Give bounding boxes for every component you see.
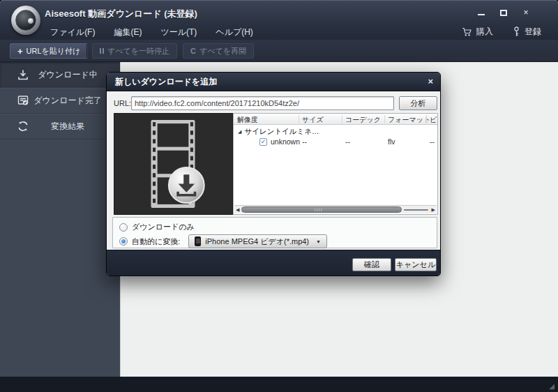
key-icon — [513, 27, 520, 37]
format-table: 解像度 サイズ コーデック フォーマット ビットレート ◢ サイレントイルミネ… — [233, 113, 438, 215]
col-bitrate: ビットレート — [430, 115, 438, 125]
minimize-icon — [478, 14, 485, 15]
sidebar: ダウンロード中 ダウンロード完了 変換結果 — [0, 62, 120, 377]
dialog-body: URL: 分析 — [107, 91, 440, 250]
dialog-title: 新しいダウンロードを追加 — [115, 76, 217, 88]
dialog-close-button[interactable]: × — [428, 76, 433, 86]
add-download-dialog: 新しいダウンロードを追加 × URL: 分析 — [106, 72, 441, 276]
scroll-left-icon[interactable]: ◀ — [236, 206, 239, 214]
pause-icon — [100, 48, 104, 54]
menu-help[interactable]: ヘルプ(H) — [216, 27, 253, 38]
row-checkbox[interactable]: ✓ — [259, 138, 267, 146]
confirm-button[interactable]: 確認 — [352, 258, 391, 271]
titlebar: Aiseesoft 動画ダウンロード (未登録) × ファイル(F) 編集(E)… — [0, 0, 558, 40]
dialog-footer: 確認 キャンセル — [107, 250, 440, 276]
cart-icon — [462, 27, 472, 37]
maximize-button[interactable] — [498, 8, 509, 17]
iphone-icon — [195, 236, 201, 246]
plus-icon: + — [17, 47, 23, 55]
toolbar-separator — [86, 44, 87, 58]
resume-all-label: すべてを再開 — [199, 46, 246, 56]
pause-all-button[interactable]: すべてを一時停止 — [92, 43, 177, 59]
close-button[interactable]: × — [520, 8, 531, 17]
col-resolution: 解像度 — [237, 115, 258, 125]
cancel-button[interactable]: キャンセル — [395, 258, 437, 271]
url-input[interactable] — [131, 96, 394, 110]
app-logo-icon — [11, 6, 40, 35]
convert-result-icon — [17, 120, 29, 133]
table-header: 解像度 サイズ コーデック フォーマット ビットレート — [234, 114, 437, 125]
register-button[interactable]: 登録 — [513, 26, 541, 38]
filmstrip-download-icon — [139, 120, 209, 208]
auto-convert-radio[interactable] — [119, 237, 128, 246]
sidebar-item-convert-result[interactable]: 変換結果 — [0, 114, 120, 140]
col-format: フォーマット — [388, 115, 430, 125]
download-icon — [17, 68, 29, 81]
resume-all-button[interactable]: C すべてを再開 — [183, 43, 254, 59]
cell-codec: -- — [345, 137, 350, 146]
menu-edit[interactable]: 編集(E) — [114, 27, 142, 38]
table-group-row[interactable]: ◢ サイレントイルミネ… — [238, 127, 319, 137]
toolbar: + URLを貼り付け すべてを一時停止 C すべてを再開 — [0, 40, 558, 62]
url-label: URL: — [114, 99, 131, 107]
group-title: サイレントイルミネ… — [244, 127, 319, 137]
menubar: ファイル(F) 編集(E) ツール(T) ヘルプ(H) — [50, 27, 253, 38]
cell-size: -- — [302, 137, 307, 146]
menu-file[interactable]: ファイル(F) — [50, 27, 95, 38]
paste-url-label: URLを貼り付け — [27, 46, 81, 56]
download-only-label: ダウンロードのみ — [132, 222, 195, 232]
dialog-titlebar: 新しいダウンロードを追加 × — [107, 73, 440, 91]
expander-icon[interactable]: ◢ — [238, 128, 241, 135]
col-codec: コーデック — [345, 115, 381, 125]
convert-format-dropdown[interactable]: iPhone MPEG4 ビデオ(*.mp4) ▼ — [188, 234, 327, 248]
table-row[interactable]: ✓ unknown -- -- flv -- — [234, 137, 437, 148]
cell-bitrate: -- — [430, 137, 435, 146]
purchase-label: 購入 — [476, 26, 493, 38]
scrollbar-thumb[interactable] — [241, 206, 402, 213]
window-title: Aiseesoft 動画ダウンロード (未登録) — [45, 8, 197, 20]
sidebar-item-downloading[interactable]: ダウンロード中 — [0, 62, 120, 88]
account-area: 購入 登録 — [462, 26, 541, 38]
options-panel: ダウンロードのみ 自動的に変換: iPhone MPEG4 ビデオ(*.mp4)… — [112, 217, 437, 248]
auto-convert-label: 自動的に変換: — [132, 236, 180, 247]
cell-resolution: unknown — [271, 137, 300, 146]
download-only-radio[interactable] — [119, 223, 128, 232]
download-complete-icon — [17, 94, 29, 107]
resize-grip[interactable]: ◢ — [549, 383, 555, 390]
scroll-right-icon[interactable]: ▶ — [432, 206, 435, 214]
minimize-button[interactable] — [476, 8, 487, 17]
analyze-button[interactable]: 分析 — [399, 96, 437, 110]
close-icon: × — [523, 8, 528, 17]
statusbar: ◢ — [0, 377, 558, 392]
convert-format-value: iPhone MPEG4 ビデオ(*.mp4) — [205, 236, 309, 247]
chevron-down-icon: ▼ — [316, 239, 321, 244]
auto-convert-option[interactable]: 自動的に変換: iPhone MPEG4 ビデオ(*.mp4) ▼ — [119, 234, 327, 248]
sidebar-item-download-complete[interactable]: ダウンロード完了 — [0, 88, 120, 114]
maximize-icon — [500, 10, 507, 16]
cell-format: flv — [388, 137, 395, 146]
register-label: 登録 — [525, 26, 541, 38]
video-thumbnail — [114, 113, 233, 215]
download-only-option[interactable]: ダウンロードのみ — [119, 222, 195, 232]
refresh-icon: C — [190, 47, 196, 55]
purchase-button[interactable]: 購入 — [462, 26, 493, 38]
window-controls: × — [476, 8, 531, 17]
col-size: サイズ — [302, 115, 324, 125]
horizontal-scrollbar[interactable]: ◀ ▶ — [234, 205, 437, 213]
check-icon: ✓ — [261, 139, 266, 145]
paste-url-button[interactable]: + URLを貼り付け — [10, 43, 88, 59]
app-window: Aiseesoft 動画ダウンロード (未登録) × ファイル(F) 編集(E)… — [0, 0, 558, 392]
menu-tools[interactable]: ツール(T) — [160, 27, 197, 38]
pause-all-label: すべてを一時停止 — [107, 46, 169, 56]
